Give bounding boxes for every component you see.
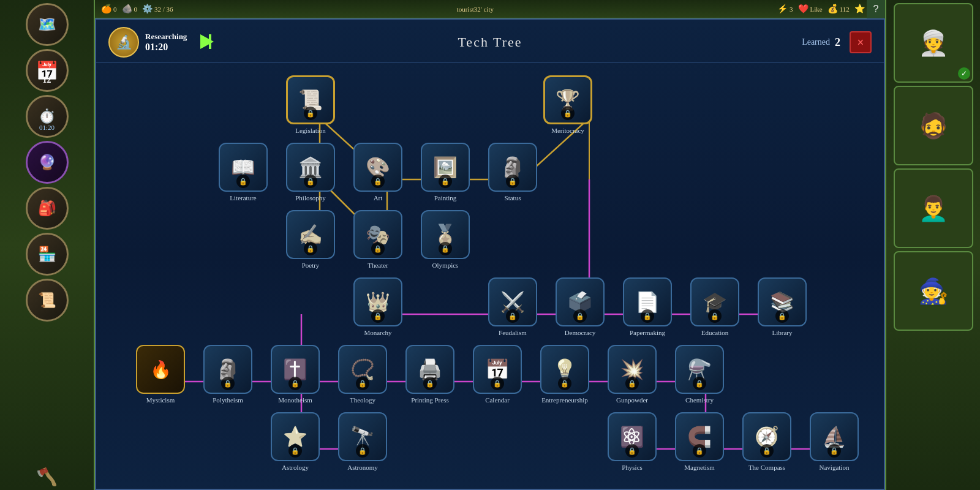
tech-polytheism[interactable]: 🗿 🔒 Polytheism [203,345,252,404]
chemistry-label: Chemistry [685,396,714,404]
tech-library[interactable]: 📚 🔒 Library [758,277,807,337]
tech-astrology[interactable]: ⭐ 🔒 Astrology [271,412,320,472]
potion-button[interactable]: 🔮 [26,141,69,184]
food-resource: 🍊 0 [101,4,117,14]
status-label: Status [505,194,521,202]
tech-painting[interactable]: 🖼️ 🔒 Painting [421,143,470,202]
magnetism-label: Magnetism [684,464,715,472]
shop-button[interactable]: 🏪 [26,233,69,276]
header-right: Learned 2 × [802,31,872,53]
backpack-button[interactable]: 🎒 [26,187,69,230]
tech-feudalism[interactable]: ⚔️ 🔒 Feudalism [488,277,537,337]
tech-content: 📜 🔒 Legislation 🏆 🔒 Meritocracy 📖 🔒 Li [96,63,884,483]
connections-svg [105,69,840,483]
tech-theater[interactable]: 🎭 🔒 Theater [353,210,402,270]
legislation-label: Legislation [295,127,326,135]
top-bar: 🍊 0 🪨 0 ⚙️ 32 / 36 tourist32' city ⚡ 3 ❤… [95,0,885,18]
tech-physics[interactable]: ⚛️ 🔒 Physics [608,412,657,472]
stats-section: ⚡ 3 ❤️ Like 💰 112 ⭐ 17 + [777,4,879,14]
research-timer: 01:20 [145,42,187,53]
help-button[interactable]: ? [867,0,885,18]
democracy-label: Democracy [565,329,596,337]
library-label: Library [772,329,793,337]
avatar-3[interactable]: 👨‍🦱 [894,168,973,248]
city-name: tourist32' city [457,6,494,13]
tech-monotheism[interactable]: ✝️ 🔒 Monotheism [271,345,320,404]
power-resource: ⚡ 3 [777,4,793,14]
tech-navigation[interactable]: ⛵ 🔒 Navigation [810,412,859,472]
tech-papermaking[interactable]: 📄 🔒 Papermaking [623,277,672,337]
avatar-2[interactable]: 🧔 [894,86,973,165]
tech-status[interactable]: 🗿 🔒 Status [488,143,537,202]
calendar-button[interactable]: 📅 12 [26,49,69,92]
tech-astronomy[interactable]: 🔭 🔒 Astronomy [338,412,387,472]
philosophy-label: Philosophy [295,194,326,202]
tech-calendar[interactable]: 📅 🔒 Calendar [473,345,522,404]
svg-marker-0 [200,34,214,49]
entrepreneurship-label: Entrepreneurship [541,396,588,404]
navigation-label: Navigation [820,464,850,472]
papermaking-label: Papermaking [630,329,665,337]
calendar-label: Calendar [485,396,510,404]
production-resource: ⚙️ 32 / 36 [142,4,173,14]
tech-entrepreneurship[interactable]: 💡 🔒 Entrepreneurship [540,345,589,404]
literature-label: Literature [230,194,256,202]
tech-gunpowder[interactable]: 💥 🔒 Gunpowder [608,345,657,404]
mysticism-label: Mysticism [146,396,175,404]
gunpowder-label: Gunpowder [616,396,648,404]
research-details: Researching 01:20 [145,32,187,53]
physics-label: Physics [622,464,643,472]
tech-the-compass[interactable]: 🧭 🔒 The Compass [742,412,791,472]
printing-press-label: Printing Press [411,396,448,404]
right-sidebar: 👳 🧔 👨‍🦱 🧙 [885,0,980,490]
tech-tree-modal: 🔬 Researching 01:20 Tech Tree Learned 2 … [95,18,885,490]
theater-label: Theater [368,262,388,270]
tech-art[interactable]: 🎨 🔒 Art [353,143,402,202]
tech-grid: 📜 🔒 Legislation 🏆 🔒 Meritocracy 📖 🔒 Li [105,69,840,483]
tech-philosophy[interactable]: 🏛️ 🔒 Philosophy [286,143,335,202]
tech-literature[interactable]: 📖 🔒 Literature [219,143,268,202]
play-button[interactable] [198,33,215,52]
polytheism-label: Polytheism [213,396,243,404]
avatar-4[interactable]: 🧙 [894,251,973,331]
tech-olympics[interactable]: 🏅 🔒 Olympics [421,210,470,270]
happiness-resource: ❤️ Like [798,4,823,14]
tech-democracy[interactable]: 🗳️ 🔒 Democracy [556,277,605,337]
tech-chemistry[interactable]: ⚗️ 🔒 Chemistry [675,345,724,404]
education-label: Education [701,329,729,337]
astrology-label: Astrology [282,464,309,472]
avatar-1[interactable]: 👳 [894,3,973,83]
gold-resource: 💰 112 [827,4,850,14]
tech-monarchy[interactable]: 👑 🔒 Monarchy [353,277,402,337]
olympics-label: Olympics [432,262,459,270]
tech-theology[interactable]: 📿 🔒 Theology [338,345,387,404]
tech-magnetism[interactable]: 🧲 🔒 Magnetism [675,412,724,472]
axe-decoration: 🪓 [36,467,58,487]
theology-label: Theology [350,396,375,404]
modal-title: Tech Tree [458,34,522,50]
astronomy-label: Astronomy [347,464,378,472]
monotheism-label: Monotheism [278,396,312,404]
monarchy-label: Monarchy [364,329,391,337]
timer-button[interactable]: ⏱️ 01:20 [26,95,69,138]
tech-printing-press[interactable]: 🖨️ 🔒 Printing Press [405,345,454,404]
scroll-button[interactable]: 📜 [26,279,69,322]
painting-label: Painting [434,194,457,202]
tech-meritocracy[interactable]: 🏆 🔒 Meritocracy [543,75,592,135]
tech-education[interactable]: 🎓 🔒 Education [690,277,739,337]
research-info-section: 🔬 Researching 01:20 [108,27,215,58]
modal-header: 🔬 Researching 01:20 Tech Tree Learned 2 … [96,20,884,63]
left-sidebar: 🗺️ 📅 12 ⏱️ 01:20 🔮 🎒 🏪 📜 🪓 [0,0,95,490]
tech-legislation[interactable]: 📜 🔒 Legislation [286,75,335,135]
learned-label: Learned [802,37,830,47]
stone-resource: 🪨 0 [122,4,138,14]
map-button[interactable]: 🗺️ [26,3,69,46]
poetry-label: Poetry [302,262,320,270]
tech-poetry[interactable]: ✍️ 🔒 Poetry [286,210,335,270]
learned-badge: Learned 2 [802,36,840,49]
meritocracy-label: Meritocracy [551,127,584,135]
feudalism-label: Feudalism [499,329,527,337]
city-section: tourist32' city [457,6,494,13]
tech-mysticism[interactable]: 🔥 Mysticism [136,345,185,404]
close-button[interactable]: × [850,31,872,53]
